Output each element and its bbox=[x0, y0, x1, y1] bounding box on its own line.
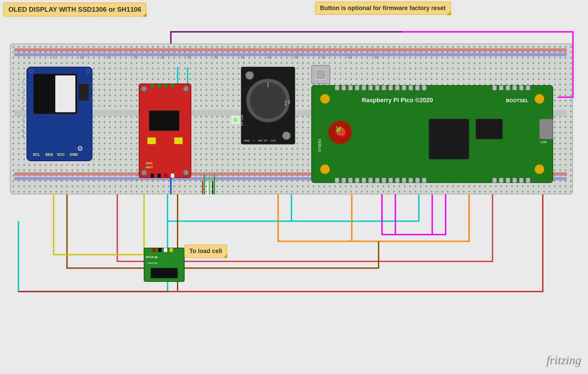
svg-rect-90 bbox=[348, 178, 352, 183]
svg-text:Raspberry Pi Pico ©2020: Raspberry Pi Pico ©2020 bbox=[362, 97, 433, 104]
svg-text:CLK: CLK bbox=[240, 115, 244, 121]
svg-text:55: 55 bbox=[321, 56, 325, 59]
svg-rect-115 bbox=[170, 248, 173, 252]
svg-rect-77 bbox=[395, 85, 399, 90]
svg-rect-112 bbox=[152, 248, 156, 252]
svg-rect-73 bbox=[369, 85, 373, 90]
svg-rect-63 bbox=[476, 119, 503, 139]
callout-loadcell: To load cell bbox=[184, 245, 227, 258]
svg-text:E: E bbox=[22, 107, 24, 111]
svg-rect-68 bbox=[335, 85, 339, 90]
svg-rect-107 bbox=[526, 178, 530, 183]
svg-rect-88 bbox=[335, 178, 339, 183]
svg-text:D: D bbox=[22, 118, 24, 122]
svg-rect-71 bbox=[355, 85, 359, 90]
svg-text:⚙: ⚙ bbox=[77, 145, 83, 152]
svg-rect-95 bbox=[382, 178, 386, 183]
svg-text:IOUT: IOUT bbox=[146, 166, 153, 169]
svg-text:40: 40 bbox=[241, 56, 245, 59]
svg-text:BOOTSEL: BOOTSEL bbox=[506, 98, 529, 103]
svg-rect-19 bbox=[149, 111, 179, 131]
svg-text:+: + bbox=[253, 139, 255, 142]
svg-text:DT: DT bbox=[240, 122, 244, 126]
svg-rect-82 bbox=[493, 85, 497, 90]
svg-rect-9 bbox=[55, 75, 75, 112]
svg-rect-103 bbox=[499, 178, 503, 183]
svg-rect-105 bbox=[513, 178, 517, 183]
svg-text:10: 10 bbox=[80, 56, 84, 59]
svg-text:SDA: SDA bbox=[45, 152, 53, 157]
svg-rect-83 bbox=[499, 85, 503, 90]
svg-rect-26 bbox=[151, 174, 154, 178]
svg-rect-79 bbox=[409, 85, 413, 90]
svg-text:C: C bbox=[22, 123, 24, 127]
svg-rect-76 bbox=[389, 85, 393, 90]
fritzing-watermark: fritzing bbox=[546, 353, 581, 367]
svg-rect-93 bbox=[369, 178, 373, 183]
svg-text:50: 50 bbox=[294, 56, 298, 59]
svg-text:F: F bbox=[22, 101, 24, 105]
svg-rect-69 bbox=[342, 85, 346, 90]
svg-rect-22 bbox=[151, 84, 154, 88]
svg-rect-23 bbox=[157, 84, 161, 88]
svg-point-65 bbox=[535, 94, 544, 104]
svg-rect-89 bbox=[342, 178, 346, 183]
svg-point-50 bbox=[282, 132, 290, 140]
svg-text:20: 20 bbox=[133, 56, 137, 59]
svg-text:GND: GND bbox=[244, 139, 250, 142]
diagram-container: SCL SDA VCC GND ⚙ bbox=[0, 0, 588, 374]
svg-text:CLK: CLK bbox=[271, 139, 276, 142]
svg-text:CLK: CLK bbox=[284, 101, 287, 106]
svg-rect-97 bbox=[395, 178, 399, 183]
svg-text:SCL: SCL bbox=[33, 152, 40, 157]
svg-text:DEBUG: DEBUG bbox=[318, 139, 322, 152]
svg-rect-85 bbox=[513, 85, 517, 90]
svg-rect-20 bbox=[147, 137, 156, 144]
svg-point-67 bbox=[535, 165, 544, 174]
svg-rect-98 bbox=[402, 178, 406, 183]
svg-text:1: 1 bbox=[27, 56, 29, 59]
svg-rect-96 bbox=[389, 178, 393, 183]
svg-rect-27 bbox=[157, 174, 161, 178]
svg-rect-94 bbox=[375, 178, 379, 183]
svg-rect-70 bbox=[348, 85, 352, 90]
svg-point-33 bbox=[183, 170, 189, 175]
svg-point-64 bbox=[320, 94, 330, 104]
svg-rect-59 bbox=[539, 119, 553, 139]
svg-point-38 bbox=[250, 82, 286, 119]
svg-rect-25 bbox=[171, 84, 174, 88]
svg-rect-53 bbox=[317, 70, 325, 79]
svg-rect-62 bbox=[429, 119, 469, 159]
svg-rect-117 bbox=[233, 117, 238, 122]
svg-point-32 bbox=[141, 170, 147, 175]
callout-button: Button is optional for firmware factory … bbox=[315, 2, 451, 15]
circuit-svg: SCL SDA VCC GND ⚙ bbox=[0, 0, 588, 374]
svg-rect-78 bbox=[402, 85, 406, 90]
svg-text:J: J bbox=[22, 80, 24, 84]
svg-rect-75 bbox=[382, 85, 386, 90]
svg-text:DT: DT bbox=[287, 101, 290, 104]
svg-point-31 bbox=[183, 86, 189, 91]
svg-rect-81 bbox=[422, 85, 426, 90]
callout-oled: OLED DISPLAY WITH SSD1306 or SH1106 bbox=[3, 3, 146, 16]
svg-rect-104 bbox=[506, 178, 510, 183]
svg-text:5: 5 bbox=[53, 56, 55, 59]
svg-text:35: 35 bbox=[214, 56, 218, 59]
svg-rect-74 bbox=[375, 85, 379, 90]
svg-text:60: 60 bbox=[348, 56, 352, 59]
svg-rect-86 bbox=[519, 85, 523, 90]
fritzing-text: fritzing bbox=[546, 354, 581, 367]
svg-rect-29 bbox=[171, 174, 174, 178]
callout-oled-text: OLED DISPLAY WITH SSD1306 or SH1106 bbox=[8, 6, 141, 13]
svg-point-49 bbox=[246, 71, 254, 79]
svg-text:I: I bbox=[22, 85, 23, 89]
svg-text:G: G bbox=[22, 96, 25, 100]
svg-rect-72 bbox=[362, 85, 366, 90]
callout-button-text: Button is optional for firmware factory … bbox=[320, 5, 446, 11]
svg-rect-24 bbox=[164, 84, 168, 88]
svg-text:DT: DT bbox=[264, 139, 268, 142]
svg-rect-113 bbox=[158, 248, 161, 252]
svg-text:45: 45 bbox=[267, 56, 271, 59]
svg-rect-84 bbox=[506, 85, 510, 90]
svg-rect-10 bbox=[79, 84, 89, 101]
